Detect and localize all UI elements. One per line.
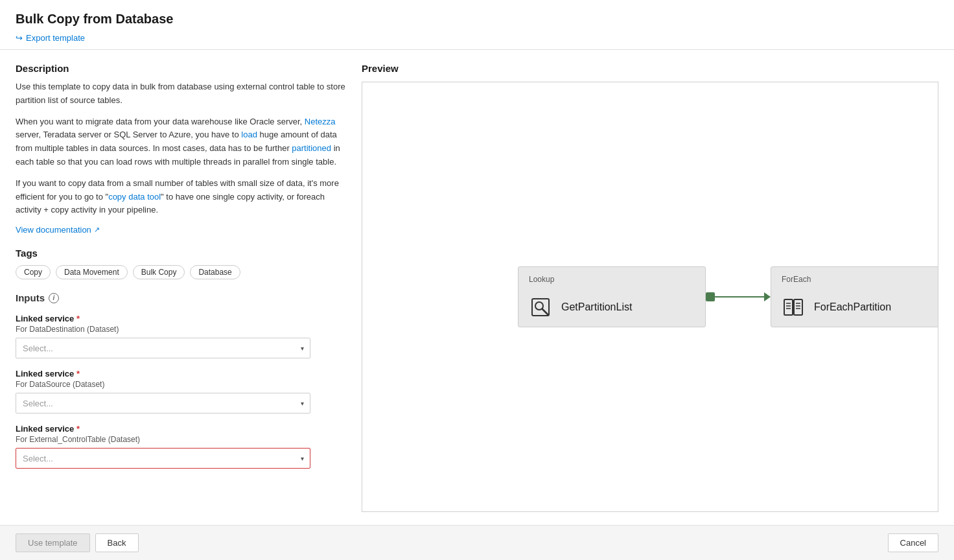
select-wrapper-1: Select... ▾ xyxy=(16,338,310,358)
tags-title: Tags xyxy=(16,248,346,259)
cancel-button[interactable]: Cancel xyxy=(888,533,938,552)
description-para2: When you want to migrate data from your … xyxy=(16,115,346,169)
description-title: Description xyxy=(16,63,346,74)
lookup-node-name: GetPartitionList xyxy=(561,301,632,313)
foreach-node-header: ForEach xyxy=(782,275,938,284)
linked-service-select-1[interactable]: Select... xyxy=(16,338,310,358)
foreach-icon xyxy=(782,296,805,319)
field-label-2: Linked service * xyxy=(16,369,346,379)
connector-dot-left xyxy=(706,292,715,301)
select-wrapper-3: Select... ▾ xyxy=(16,448,310,469)
export-arrow-icon: ↪ xyxy=(16,33,23,43)
field-label-3: Linked service * xyxy=(16,424,346,434)
description-para1: Use this template to copy data in bulk f… xyxy=(16,80,346,108)
preview-canvas: Lookup GetPartitionList xyxy=(362,82,938,512)
svg-line-2 xyxy=(542,309,548,314)
field-sublabel-1: For DataDestination (Dataset) xyxy=(16,325,346,334)
svg-rect-3 xyxy=(784,299,793,315)
inputs-info-icon: i xyxy=(49,293,59,303)
field-linked-service-2: Linked service * For DataSource (Dataset… xyxy=(16,369,346,414)
lookup-node: Lookup GetPartitionList xyxy=(518,266,706,327)
field-sublabel-2: For DataSource (Dataset) xyxy=(16,380,346,389)
lookup-icon xyxy=(529,296,552,319)
field-linked-service-1: Linked service * For DataDestination (Da… xyxy=(16,314,346,358)
preview-label: Preview xyxy=(362,63,938,74)
use-template-button[interactable]: Use template xyxy=(16,533,90,552)
lookup-node-content: GetPartitionList xyxy=(529,296,695,319)
foreach-node: ForEach xyxy=(771,266,938,327)
node-connector xyxy=(706,292,771,301)
footer: Use template Back Cancel xyxy=(0,525,954,560)
linked-service-select-2[interactable]: Select... xyxy=(16,393,310,414)
main-content: Description Use this template to copy da… xyxy=(0,50,954,525)
export-template-link[interactable]: ↪ Export template xyxy=(16,33,85,43)
flow-diagram: Lookup GetPartitionList xyxy=(518,266,938,327)
right-panel: Preview Lookup GetPartitionLi xyxy=(362,63,938,512)
page-header: Bulk Copy from Database ↪ Export templat… xyxy=(0,0,954,50)
linked-service-select-3[interactable]: Select... xyxy=(16,448,310,469)
page-title: Bulk Copy from Database xyxy=(16,12,938,27)
copy-tool-link[interactable]: copy data tool xyxy=(108,192,161,202)
back-button[interactable]: Back xyxy=(95,533,139,552)
footer-left: Use template Back xyxy=(16,533,139,552)
view-documentation-link[interactable]: View documentation ↗ xyxy=(16,225,100,235)
inputs-title: Inputs xyxy=(16,292,45,303)
tag-bulk-copy: Bulk Copy xyxy=(133,265,185,279)
select-wrapper-2: Select... ▾ xyxy=(16,393,310,414)
description-para3: If you want to copy data from a small nu… xyxy=(16,177,346,217)
svg-rect-4 xyxy=(794,299,802,315)
lookup-node-header: Lookup xyxy=(529,275,695,284)
left-panel: Description Use this template to copy da… xyxy=(16,63,346,512)
inputs-header: Inputs i xyxy=(16,292,346,303)
required-star-2: * xyxy=(76,369,80,379)
netezza-link[interactable]: Netezza xyxy=(305,117,336,126)
tags-section: Tags Copy Data Movement Bulk Copy Databa… xyxy=(16,248,346,279)
required-star-1: * xyxy=(76,314,80,323)
tag-copy: Copy xyxy=(16,265,51,279)
field-linked-service-3: Linked service * For External_ControlTab… xyxy=(16,424,346,469)
foreach-node-content: ForEachPartition xyxy=(782,296,938,319)
load-link[interactable]: load xyxy=(241,130,257,139)
partitioned-link[interactable]: partitioned xyxy=(292,143,331,153)
required-star-3: * xyxy=(76,424,80,434)
tag-data-movement: Data Movement xyxy=(56,265,128,279)
tags-row: Copy Data Movement Bulk Copy Database xyxy=(16,265,346,279)
connector-line xyxy=(715,296,764,298)
field-label-1: Linked service * xyxy=(16,314,346,323)
connector-arrow xyxy=(764,292,771,301)
inputs-section: Inputs i Linked service * For DataDestin… xyxy=(16,292,346,469)
external-link-icon: ↗ xyxy=(94,226,100,234)
tag-database: Database xyxy=(190,265,240,279)
field-sublabel-3: For External_ControlTable (Dataset) xyxy=(16,435,346,444)
foreach-node-name: ForEachPartition xyxy=(814,301,891,313)
